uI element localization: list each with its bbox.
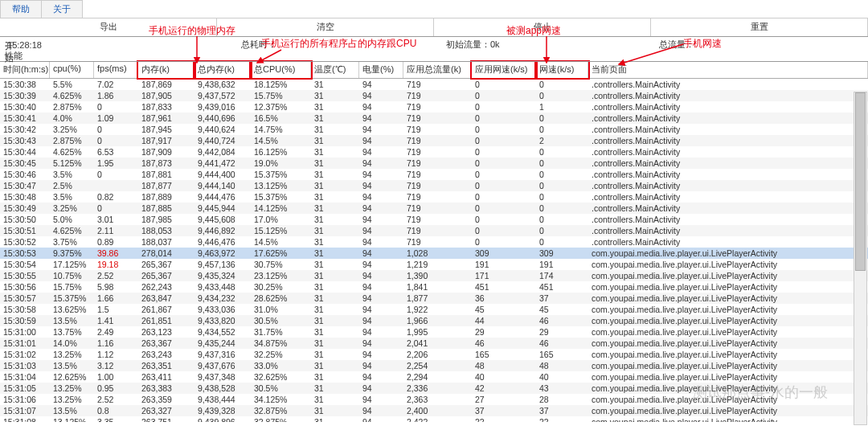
- col-app-flow[interactable]: 应用总流量(k): [403, 62, 472, 78]
- cell: 15:31:04: [0, 371, 50, 383]
- cell: 29: [472, 326, 536, 338]
- tool-reset[interactable]: 重置: [651, 18, 868, 36]
- col-mem[interactable]: 内存(k): [138, 62, 194, 78]
- cell: 188,053: [138, 225, 194, 236]
- cell: 15:31:03: [0, 360, 50, 371]
- table-row[interactable]: 15:30:483.5%0.82187,8899,444,47615.375%3…: [0, 191, 868, 203]
- table-row[interactable]: 15:30:423.25%0187,9459,440,62414.75%3194…: [0, 124, 868, 135]
- cell: 2.52: [94, 394, 138, 405]
- cell: 15:30:55: [0, 270, 50, 281]
- cell: 1.09: [94, 113, 138, 124]
- cell: 265,367: [138, 270, 194, 281]
- tool-clear[interactable]: 清空: [217, 18, 434, 36]
- cell: 1,966: [403, 315, 472, 326]
- table-row[interactable]: 15:30:5615.75%5.98262,2439,433,44830.25%…: [0, 281, 868, 293]
- col-fps[interactable]: fps(ms): [94, 62, 138, 78]
- table-row[interactable]: 15:30:444.625%6.53187,9099,442,08416.125…: [0, 146, 868, 158]
- cell: 31.75%: [251, 326, 311, 338]
- cell: 15:31:07: [0, 405, 50, 416]
- cell: com.youpai.media.live.player.ui.LivePlay…: [588, 270, 868, 281]
- cell: 165: [536, 349, 588, 360]
- cell: 0.89: [94, 236, 138, 248]
- perf-label: 性能: [5, 50, 23, 62]
- vertical-scrollbar[interactable]: [854, 92, 867, 425]
- col-total-cpu[interactable]: 总CPU(%): [251, 62, 311, 78]
- table-row[interactable]: 15:30:523.75%0.89188,0379,446,47614.5%31…: [0, 236, 868, 248]
- table-row[interactable]: 15:30:5417.125%19.18265,3679,457,13630.7…: [0, 259, 868, 270]
- table-row[interactable]: 15:30:455.125%1.95187,8739,441,47219.0%3…: [0, 158, 868, 169]
- cell: 15:30:48: [0, 191, 50, 203]
- cell: 15:30:54: [0, 259, 50, 270]
- cell: 13.5%: [50, 360, 94, 371]
- cell: 6.53: [94, 146, 138, 158]
- cell: 31: [311, 79, 359, 90]
- table-row[interactable]: 15:31:0013.75%2.49263,1239,434,55231.75%…: [0, 326, 868, 338]
- table-row[interactable]: 15:31:0713.5%0.8263,3279,439,32832.875%3…: [0, 405, 868, 416]
- col-battery[interactable]: 电量(%): [359, 62, 403, 78]
- table-row[interactable]: 15:30:5813.625%1.5261,8679,433,03631.0%3…: [0, 304, 868, 315]
- table-row[interactable]: 15:30:394.625%1.86187,9059,437,57215.75%…: [0, 90, 868, 101]
- cell: 2,422: [403, 416, 472, 422]
- table-body[interactable]: 15:30:385.5%7.02187,8699,438,63218.125%3…: [0, 79, 868, 422]
- table-row[interactable]: 15:31:0412.625%1.00263,4119,437,34832.62…: [0, 371, 868, 383]
- cell: 9,433,820: [194, 315, 251, 326]
- tool-stop[interactable]: 停止: [434, 18, 651, 36]
- table-row[interactable]: 15:30:5913.5%1.41261,8519,433,82030.5%31…: [0, 315, 868, 326]
- table-row[interactable]: 15:30:414.0%1.09187,9619,440,69616.5%319…: [0, 113, 868, 124]
- col-cpu[interactable]: cpu(%): [50, 62, 94, 78]
- tool-export[interactable]: 导出: [0, 18, 217, 36]
- table-row[interactable]: 15:31:0213.25%1.12263,2439,437,31632.25%…: [0, 349, 868, 360]
- cell: 263,847: [138, 293, 194, 304]
- cell: 9,441,472: [194, 158, 251, 169]
- table-row[interactable]: 15:30:463.5%0187,8819,444,40015.375%3194…: [0, 169, 868, 180]
- table-row[interactable]: 15:31:0114.0%1.16263,3679,435,24434.875%…: [0, 338, 868, 349]
- table-row[interactable]: 15:30:432.875%0187,9179,440,72414.5%3194…: [0, 135, 868, 146]
- tab-about[interactable]: 关于: [41, 0, 83, 18]
- table-row[interactable]: 15:30:514.625%2.11188,0539,446,89215.125…: [0, 225, 868, 236]
- table-row[interactable]: 15:30:5715.375%1.66263,8479,434,23228.62…: [0, 293, 868, 304]
- cell: 9,434,232: [194, 293, 251, 304]
- cell: 187,985: [138, 214, 194, 225]
- cell: 30.5%: [251, 315, 311, 326]
- cell: com.youpai.media.live.player.ui.LivePlay…: [588, 304, 868, 315]
- cell: 2,206: [403, 349, 472, 360]
- cell: 1.66: [94, 293, 138, 304]
- top-tabbar: 帮助 关于: [0, 0, 868, 18]
- cell: 2.875%: [50, 135, 94, 146]
- table-row[interactable]: 15:31:0313.5%3.12263,3519,437,67633.0%31…: [0, 360, 868, 371]
- table-row[interactable]: 15:30:472.5%187,8779,444,14013.125%31947…: [0, 180, 868, 191]
- col-app-netspeed[interactable]: 应用网速(k/s): [472, 62, 536, 78]
- table-row[interactable]: 15:30:493.25%0187,8859,445,94414.125%319…: [0, 203, 868, 214]
- col-temp[interactable]: 温度(℃): [311, 62, 359, 78]
- col-time[interactable]: 时间(h:m:s): [0, 62, 50, 78]
- cell: 0: [536, 79, 588, 90]
- cell: 17.625%: [251, 248, 311, 259]
- cell: 9,444,476: [194, 191, 251, 203]
- cell: 719: [403, 90, 472, 101]
- cell: 9,437,348: [194, 371, 251, 383]
- table-row[interactable]: 15:30:539.375%39.86278,0149,463,97217.62…: [0, 248, 868, 259]
- col-netspeed[interactable]: 网速(k/s): [536, 62, 588, 78]
- cell: 13.5%: [50, 315, 94, 326]
- cell: 94: [359, 124, 403, 135]
- table-row[interactable]: 15:31:0813.125%3.35263,7519,439,89632.87…: [0, 416, 868, 422]
- cell: com.youpai.media.live.player.ui.LivePlay…: [588, 416, 868, 422]
- table-row[interactable]: 15:30:505.0%3.01187,9859,445,60817.0%319…: [0, 214, 868, 225]
- table-row[interactable]: 15:30:5510.75%2.52265,3679,435,32423.125…: [0, 270, 868, 281]
- cell: 719: [403, 180, 472, 191]
- cell: 14.75%: [251, 124, 311, 135]
- table-row[interactable]: 15:30:385.5%7.02187,8699,438,63218.125%3…: [0, 79, 868, 90]
- scrollbar-thumb[interactable]: [855, 92, 866, 271]
- cell: 1,995: [403, 326, 472, 338]
- cell: 13.125%: [50, 416, 94, 422]
- cell: 3.75%: [50, 236, 94, 248]
- col-page[interactable]: 当前页面: [588, 62, 868, 78]
- tab-help[interactable]: 帮助: [0, 0, 42, 18]
- cell: 31: [311, 383, 359, 394]
- table-row[interactable]: 15:30:402.875%0187,8339,439,01612.375%31…: [0, 101, 868, 113]
- cell: 309: [472, 248, 536, 259]
- cell: 0.8: [94, 405, 138, 416]
- cell: 15:30:43: [0, 135, 50, 146]
- col-total-mem[interactable]: 总内存(k): [194, 62, 251, 78]
- cell: 15.75%: [50, 281, 94, 293]
